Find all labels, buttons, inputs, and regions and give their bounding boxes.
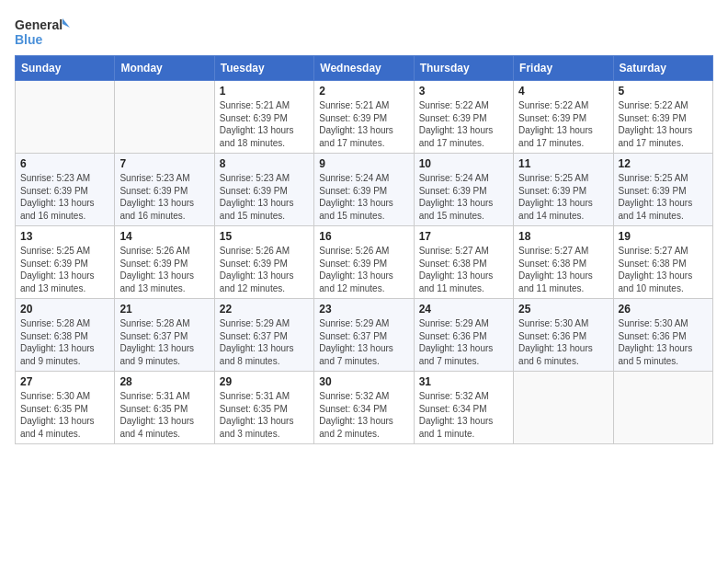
day-number: 21 [119, 303, 209, 316]
header: GeneralBlue [15, 15, 713, 48]
week-row-2: 6Sunrise: 5:23 AM Sunset: 6:39 PM Daylig… [16, 154, 713, 226]
day-info: Sunrise: 5:27 AM Sunset: 6:38 PM Dayligh… [619, 245, 708, 294]
calendar-cell: 16Sunrise: 5:26 AM Sunset: 6:39 PM Dayli… [314, 226, 414, 299]
day-number: 19 [619, 230, 708, 243]
col-header-tuesday: Tuesday [214, 56, 313, 81]
day-info: Sunrise: 5:26 AM Sunset: 6:39 PM Dayligh… [220, 245, 309, 294]
calendar-cell: 29Sunrise: 5:31 AM Sunset: 6:35 PM Dayli… [214, 372, 313, 444]
day-number: 25 [518, 303, 608, 316]
day-info: Sunrise: 5:22 AM Sunset: 6:39 PM Dayligh… [518, 99, 608, 149]
calendar-cell: 19Sunrise: 5:27 AM Sunset: 6:38 PM Dayli… [613, 226, 712, 299]
day-number: 29 [220, 375, 309, 388]
calendar-cell: 10Sunrise: 5:24 AM Sunset: 6:39 PM Dayli… [414, 154, 513, 226]
day-info: Sunrise: 5:26 AM Sunset: 6:39 PM Dayligh… [119, 245, 209, 294]
day-info: Sunrise: 5:26 AM Sunset: 6:39 PM Dayligh… [319, 245, 408, 294]
calendar-cell: 27Sunrise: 5:30 AM Sunset: 6:35 PM Dayli… [16, 372, 115, 444]
day-info: Sunrise: 5:25 AM Sunset: 6:39 PM Dayligh… [518, 172, 608, 222]
col-header-friday: Friday [514, 56, 613, 81]
day-info: Sunrise: 5:31 AM Sunset: 6:35 PM Dayligh… [119, 390, 209, 440]
day-info: Sunrise: 5:21 AM Sunset: 6:39 PM Dayligh… [319, 99, 408, 149]
day-info: Sunrise: 5:28 AM Sunset: 6:37 PM Dayligh… [119, 317, 209, 367]
calendar-cell: 6Sunrise: 5:23 AM Sunset: 6:39 PM Daylig… [16, 154, 115, 226]
day-number: 3 [419, 85, 508, 98]
logo: GeneralBlue [15, 15, 70, 48]
calendar-cell: 22Sunrise: 5:29 AM Sunset: 6:37 PM Dayli… [214, 299, 313, 372]
calendar-cell: 4Sunrise: 5:22 AM Sunset: 6:39 PM Daylig… [514, 81, 613, 154]
day-number: 27 [20, 375, 109, 388]
svg-marker-2 [63, 18, 70, 28]
day-number: 1 [220, 85, 309, 98]
day-info: Sunrise: 5:24 AM Sunset: 6:39 PM Dayligh… [419, 172, 508, 222]
calendar-cell: 24Sunrise: 5:29 AM Sunset: 6:36 PM Dayli… [414, 299, 513, 372]
day-info: Sunrise: 5:25 AM Sunset: 6:39 PM Dayligh… [619, 172, 708, 222]
calendar-cell: 9Sunrise: 5:24 AM Sunset: 6:39 PM Daylig… [314, 154, 414, 226]
day-number: 30 [319, 375, 408, 388]
calendar-cell: 20Sunrise: 5:28 AM Sunset: 6:38 PM Dayli… [16, 299, 115, 372]
day-info: Sunrise: 5:28 AM Sunset: 6:38 PM Dayligh… [20, 317, 109, 367]
day-info: Sunrise: 5:23 AM Sunset: 6:39 PM Dayligh… [119, 172, 209, 222]
day-info: Sunrise: 5:29 AM Sunset: 6:36 PM Dayligh… [419, 317, 508, 367]
day-number: 2 [319, 85, 408, 98]
calendar-cell: 15Sunrise: 5:26 AM Sunset: 6:39 PM Dayli… [214, 226, 313, 299]
calendar-cell: 13Sunrise: 5:25 AM Sunset: 6:39 PM Dayli… [16, 226, 115, 299]
col-header-thursday: Thursday [414, 56, 513, 81]
day-number: 14 [119, 230, 209, 243]
calendar-cell: 5Sunrise: 5:22 AM Sunset: 6:39 PM Daylig… [613, 81, 712, 154]
calendar-cell: 17Sunrise: 5:27 AM Sunset: 6:38 PM Dayli… [414, 226, 513, 299]
calendar-cell: 11Sunrise: 5:25 AM Sunset: 6:39 PM Dayli… [514, 154, 613, 226]
day-info: Sunrise: 5:23 AM Sunset: 6:39 PM Dayligh… [20, 172, 109, 222]
day-info: Sunrise: 5:25 AM Sunset: 6:39 PM Dayligh… [20, 245, 109, 294]
calendar-cell: 30Sunrise: 5:32 AM Sunset: 6:34 PM Dayli… [314, 372, 414, 444]
day-number: 6 [20, 157, 109, 170]
day-info: Sunrise: 5:30 AM Sunset: 6:36 PM Dayligh… [518, 317, 608, 367]
calendar-cell: 31Sunrise: 5:32 AM Sunset: 6:34 PM Dayli… [414, 372, 513, 444]
svg-text:Blue: Blue [15, 32, 43, 47]
day-number: 31 [419, 375, 508, 388]
calendar-cell: 26Sunrise: 5:30 AM Sunset: 6:36 PM Dayli… [613, 299, 712, 372]
day-info: Sunrise: 5:24 AM Sunset: 6:39 PM Dayligh… [319, 172, 408, 222]
day-number: 23 [319, 303, 408, 316]
day-number: 26 [619, 303, 708, 316]
day-number: 12 [619, 157, 708, 170]
calendar-cell: 3Sunrise: 5:22 AM Sunset: 6:39 PM Daylig… [414, 81, 513, 154]
day-number: 22 [220, 303, 309, 316]
col-header-wednesday: Wednesday [314, 56, 414, 81]
week-row-1: 1Sunrise: 5:21 AM Sunset: 6:39 PM Daylig… [16, 81, 713, 154]
week-row-4: 20Sunrise: 5:28 AM Sunset: 6:38 PM Dayli… [16, 299, 713, 372]
day-info: Sunrise: 5:22 AM Sunset: 6:39 PM Dayligh… [419, 99, 508, 149]
day-number: 16 [319, 230, 408, 243]
day-info: Sunrise: 5:23 AM Sunset: 6:39 PM Dayligh… [220, 172, 309, 222]
day-number: 20 [20, 303, 109, 316]
logo-svg: GeneralBlue [15, 15, 70, 48]
day-number: 10 [419, 157, 508, 170]
day-number: 9 [319, 157, 408, 170]
calendar-cell [16, 81, 115, 154]
day-number: 8 [220, 157, 309, 170]
week-row-3: 13Sunrise: 5:25 AM Sunset: 6:39 PM Dayli… [16, 226, 713, 299]
day-number: 15 [220, 230, 309, 243]
calendar-cell: 7Sunrise: 5:23 AM Sunset: 6:39 PM Daylig… [115, 154, 214, 226]
day-number: 4 [518, 85, 608, 98]
day-info: Sunrise: 5:29 AM Sunset: 6:37 PM Dayligh… [220, 317, 309, 367]
calendar-cell: 25Sunrise: 5:30 AM Sunset: 6:36 PM Dayli… [514, 299, 613, 372]
day-info: Sunrise: 5:27 AM Sunset: 6:38 PM Dayligh… [518, 245, 608, 294]
day-number: 7 [119, 157, 209, 170]
calendar-cell [514, 372, 613, 444]
day-number: 17 [419, 230, 508, 243]
calendar-cell: 14Sunrise: 5:26 AM Sunset: 6:39 PM Dayli… [115, 226, 214, 299]
header-row: SundayMondayTuesdayWednesdayThursdayFrid… [16, 56, 713, 81]
calendar-cell: 2Sunrise: 5:21 AM Sunset: 6:39 PM Daylig… [314, 81, 414, 154]
calendar-table: SundayMondayTuesdayWednesdayThursdayFrid… [15, 55, 713, 444]
svg-text:General: General [15, 17, 63, 32]
day-info: Sunrise: 5:22 AM Sunset: 6:39 PM Dayligh… [619, 99, 708, 149]
day-number: 18 [518, 230, 608, 243]
week-row-5: 27Sunrise: 5:30 AM Sunset: 6:35 PM Dayli… [16, 372, 713, 444]
calendar-cell [115, 81, 214, 154]
day-info: Sunrise: 5:32 AM Sunset: 6:34 PM Dayligh… [319, 390, 408, 440]
calendar-cell: 12Sunrise: 5:25 AM Sunset: 6:39 PM Dayli… [613, 154, 712, 226]
col-header-sunday: Sunday [16, 56, 115, 81]
day-number: 13 [20, 230, 109, 243]
day-number: 11 [518, 157, 608, 170]
day-number: 28 [119, 375, 209, 388]
calendar-cell: 8Sunrise: 5:23 AM Sunset: 6:39 PM Daylig… [214, 154, 313, 226]
